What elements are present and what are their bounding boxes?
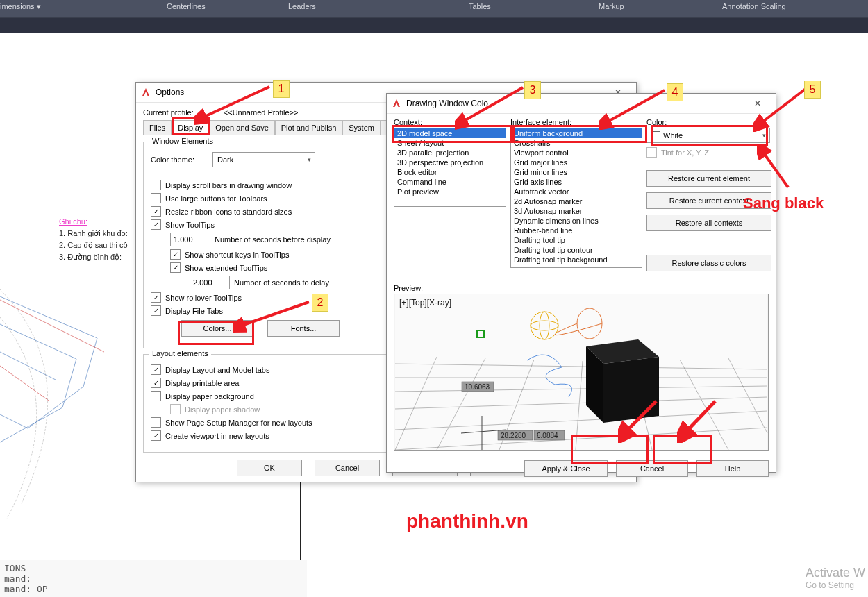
restore-current-element-button[interactable]: Restore current element (646, 170, 771, 187)
chk-extended-tt[interactable]: ✓ (170, 262, 181, 273)
color-theme-select[interactable]: Dark (212, 152, 315, 167)
apply-and-close-button[interactable]: Apply & Close (524, 460, 608, 477)
note-line-3: 3. Đường bình độ: (59, 251, 128, 263)
elem-cv-hull[interactable]: Control vertices hull (511, 264, 642, 268)
dwc-help-button[interactable]: Help (696, 460, 769, 477)
tab-system[interactable]: System (342, 120, 381, 135)
elem-2d-autosnap[interactable]: 2d Autosnap marker (511, 196, 642, 206)
drawing-window-colors-dialog: Drawing Window Colo ✕ Context: 2D model … (386, 93, 776, 473)
preview-dim2: 28.2280 (501, 432, 526, 439)
elem-drafting-tooltip-bg[interactable]: Drafting tool tip background (511, 255, 642, 264)
svg-rect-0 (395, 294, 767, 450)
notes-title: Ghi chú: (59, 216, 128, 228)
ribbon: imensions ▾ Centerlines Leaders Tables M… (0, 0, 868, 18)
dwc-cancel-button[interactable]: Cancel (616, 460, 688, 477)
color-label: Color: (646, 118, 752, 126)
ribbon-panel-centerlines[interactable]: Centerlines (167, 2, 206, 10)
dwc-titlebar[interactable]: Drawing Window Colo ✕ (387, 94, 776, 114)
context-item-3d-perspective[interactable]: 3D perspective projection (394, 158, 506, 167)
dwc-footer-buttons: Apply & Close Cancel Help (394, 460, 769, 477)
note-line-2: 2. Cao độ sau thi cô (59, 239, 128, 251)
window-elements-group: Window Elements Color theme: Dark Displa… (143, 142, 387, 348)
preview-label: Preview: (394, 284, 769, 292)
chk-scrollbars[interactable] (151, 180, 161, 190)
tab-files[interactable]: Files (143, 120, 172, 135)
context-item-block-editor[interactable]: Block editor (394, 167, 506, 177)
tab-plot-and-publish[interactable]: Plot and Publish (275, 120, 343, 135)
ribbon-panel-tables[interactable]: Tables (469, 2, 491, 10)
options-ok-button[interactable]: OK (237, 460, 302, 476)
restore-current-context-button[interactable]: Restore current context (646, 192, 771, 209)
lbl-printable: Display printable area (165, 379, 239, 387)
context-item-command-line[interactable]: Command line (394, 177, 506, 187)
elem-3d-autosnap[interactable]: 3d Autosnap marker (511, 206, 642, 216)
elem-rubberband[interactable]: Rubber-band line (511, 226, 642, 235)
tooltip-seconds-label: Number of seconds before display (215, 235, 331, 244)
layout-elements-legend: Layout elements (149, 349, 211, 358)
color-value: White (663, 131, 683, 140)
tooltip-seconds-input[interactable]: 1.000 (170, 233, 210, 246)
ribbon-panel-annotation-scaling[interactable]: Annotation Scaling (722, 2, 786, 10)
autocad-logo-icon (140, 87, 151, 98)
extended-seconds-label: Number of seconds to delay (234, 278, 329, 287)
extended-seconds-input[interactable]: 2.000 (190, 276, 230, 289)
elem-grid-minor[interactable]: Grid minor lines (511, 167, 642, 177)
background-plan-sketch (0, 289, 139, 553)
interface-element-listbox[interactable]: Uniform background Crosshairs Viewport c… (510, 128, 642, 268)
autocad-logo-icon (391, 98, 402, 109)
context-item-plot-preview[interactable]: Plot preview (394, 187, 506, 196)
dwc-title: Drawing Window Colo (406, 99, 488, 108)
ribbon-faded-left: imensions ▾ (0, 2, 41, 11)
activate-sub: Go to Setting (806, 580, 865, 590)
context-listbox[interactable]: 2D model space Sheet / layout 3D paralle… (394, 128, 506, 207)
lbl-file-tabs: Display File Tabs (165, 307, 223, 315)
context-item-sheet-layout[interactable]: Sheet / layout (394, 138, 506, 148)
chk-paper-bg[interactable] (151, 391, 161, 401)
lbl-resize-ribbon: Resize ribbon icons to standard sizes (165, 208, 292, 216)
chk-rollover-tt[interactable]: ✓ (151, 292, 161, 303)
fonts-button[interactable]: Fonts... (267, 320, 340, 337)
tab-display[interactable]: Display (172, 120, 209, 135)
options-cancel-button[interactable]: Cancel (315, 460, 380, 476)
chk-file-tabs[interactable]: ✓ (151, 305, 161, 316)
chk-shortcut-keys[interactable]: ✓ (170, 249, 181, 260)
svg-marker-14 (603, 357, 659, 423)
tab-open-and-save[interactable]: Open and Save (209, 120, 274, 135)
context-item-3d-parallel[interactable]: 3D parallel projection (394, 148, 506, 158)
cmd-line-3: mand: OP (4, 584, 303, 594)
chk-tint-xyz (646, 147, 657, 158)
color-dropdown[interactable]: White (646, 128, 770, 143)
chk-printable[interactable]: ✓ (151, 378, 161, 388)
lbl-layout-tabs: Display Layout and Model tabs (165, 366, 269, 374)
chk-viewport[interactable]: ✓ (151, 430, 161, 441)
elem-dyn-dimension[interactable]: Dynamic dimension lines (511, 216, 642, 226)
dwc-close-button[interactable]: ✕ (744, 94, 771, 113)
elem-drafting-tooltip-contour[interactable]: Drafting tool tip contour (511, 245, 642, 255)
ribbon-dark-strip (0, 18, 868, 33)
elem-grid-axis[interactable]: Grid axis lines (511, 177, 642, 187)
elem-viewport-control[interactable]: Viewport control (511, 148, 642, 158)
elem-grid-major[interactable]: Grid major lines (511, 158, 642, 167)
chk-page-setup[interactable] (151, 417, 161, 428)
ribbon-panel-leaders[interactable]: Leaders (288, 2, 316, 10)
chk-show-tooltips[interactable]: ✓ (151, 219, 161, 230)
restore-classic-colors-button[interactable]: Restore classic colors (646, 255, 771, 271)
elem-uniform-background[interactable]: Uniform background (511, 128, 642, 138)
chk-layout-tabs[interactable]: ✓ (151, 364, 161, 375)
interface-element-label: Interface element: (510, 118, 642, 126)
lbl-extended-tt: Show extended ToolTips (185, 264, 267, 272)
chk-resize-ribbon[interactable]: ✓ (151, 206, 161, 217)
drawing-notes: Ghi chú: 1. Ranh giới khu đo: 2. Cao độ … (59, 216, 128, 263)
command-line-area[interactable]: IONS mand: mand: OP (0, 560, 307, 597)
elem-crosshairs[interactable]: Crosshairs (511, 138, 642, 148)
restore-all-contexts-button[interactable]: Restore all contexts (646, 215, 771, 231)
elem-drafting-tooltip[interactable]: Drafting tool tip (511, 235, 642, 245)
layout-elements-group: Layout elements ✓Display Layout and Mode… (143, 354, 387, 453)
cmd-line-2: mand: (4, 573, 303, 584)
preview-caption: [+][Top][X-ray] (399, 298, 451, 308)
context-item-2d-model-space[interactable]: 2D model space (394, 128, 506, 138)
ribbon-panel-markup[interactable]: Markup (599, 2, 624, 10)
colors-button[interactable]: Colors... (181, 320, 253, 337)
elem-autotrack[interactable]: Autotrack vector (511, 187, 642, 196)
chk-large-buttons[interactable] (151, 193, 161, 203)
